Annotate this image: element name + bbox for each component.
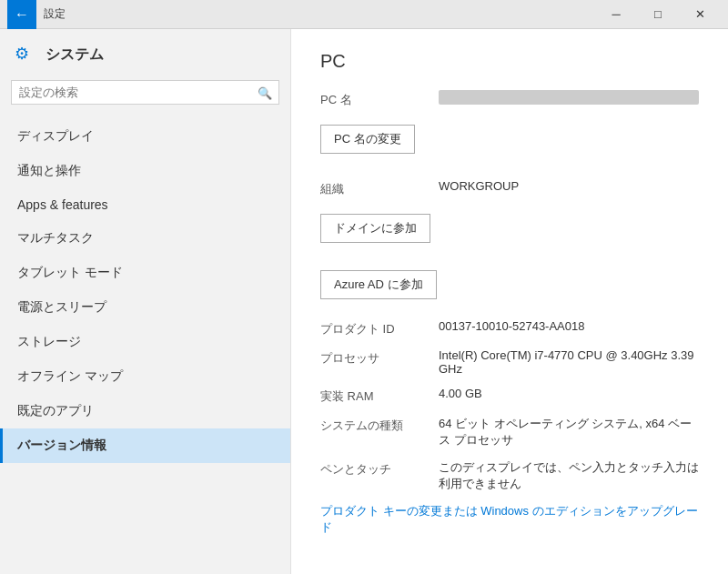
pc-name-label: PC 名 [320,90,439,108]
sidebar-item-label: ディスプレイ [17,128,94,143]
ram-value: 4.00 GB [439,387,699,400]
sidebar-header: ⚙ システム [0,29,290,73]
org-row: 組織 WORKGROUP [320,179,699,197]
sidebar: ⚙ システム 🔍 ディスプレイ 通知と操作 Apps & features マル… [0,29,291,574]
product-id-value: 00137-10010-52743-AA018 [439,319,699,333]
sidebar-item-version-info[interactable]: バージョン情報 [0,428,290,463]
search-input[interactable] [11,80,279,105]
maximize-icon: □ [654,7,662,21]
pc-name-row: PC 名 [320,90,699,108]
sidebar-title: システム [46,45,104,65]
sidebar-item-label: オフライン マップ [17,368,123,383]
sidebar-item-display[interactable]: ディスプレイ [0,119,290,154]
system-type-label: システムの種類 [320,416,439,434]
window-controls: ─ □ ✕ [595,0,721,29]
join-azure-button[interactable]: Azure AD に参加 [320,270,437,299]
minimize-button[interactable]: ─ [595,0,637,29]
sidebar-item-notifications[interactable]: 通知と操作 [0,154,290,188]
rename-pc-button[interactable]: PC 名の変更 [320,125,415,154]
product-id-row: プロダクト ID 00137-10010-52743-AA018 [320,319,699,337]
close-icon: ✕ [695,7,705,21]
minimize-icon: ─ [612,7,620,21]
sidebar-item-label: タブレット モード [17,265,123,279]
org-label: 組織 [320,179,439,197]
pen-touch-label: ペンとタッチ [320,459,439,478]
sidebar-item-tablet[interactable]: タブレット モード [0,256,290,290]
sidebar-item-label: ストレージ [17,334,81,348]
titlebar-title: 設定 [44,6,595,22]
sidebar-item-label: 既定のアプリ [17,403,94,418]
sidebar-item-label: 通知と操作 [17,163,81,177]
org-value: WORKGROUP [439,179,699,193]
system-type-value: 64 ビット オペレーティング システム, x64 ベース プロセッサ [439,416,699,448]
sidebar-item-multitask[interactable]: マルチタスク [0,221,290,256]
sidebar-item-offline-maps[interactable]: オフライン マップ [0,359,290,394]
content-area: PC PC 名 PC 名の変更 組織 WORKGROUP ドメインに参加 Azu… [291,29,728,574]
titlebar: ← 設定 ─ □ ✕ [0,0,728,29]
sidebar-item-label: バージョン情報 [17,438,106,452]
back-icon: ← [15,6,29,23]
sidebar-item-label: 電源とスリープ [17,299,106,314]
product-id-label: プロダクト ID [320,319,439,337]
domain-button-block: ドメインに参加 [320,208,699,256]
maximize-button[interactable]: □ [637,0,679,29]
close-button[interactable]: ✕ [679,0,721,29]
sidebar-item-default-apps[interactable]: 既定のアプリ [0,394,290,428]
pc-name-button-block: PC 名の変更 [320,119,699,166]
pen-touch-row: ペンとタッチ このディスプレイでは、ペン入力とタッチ入力は利用できません [320,459,699,492]
ram-row: 実装 RAM 4.00 GB [320,387,699,405]
system-type-row: システムの種類 64 ビット オペレーティング システム, x64 ベース プロ… [320,416,699,448]
search-box: 🔍 [11,80,279,105]
azure-button-block: Azure AD に参加 [320,267,699,316]
sidebar-item-apps-features[interactable]: Apps & features [0,188,290,221]
join-domain-button[interactable]: ドメインに参加 [320,214,430,243]
back-button[interactable]: ← [7,0,36,29]
sidebar-item-label: マルチタスク [17,230,94,245]
processor-row: プロセッサ Intel(R) Core(TM) i7-4770 CPU @ 3.… [320,348,699,376]
section-title: PC [320,51,699,72]
sidebar-item-storage[interactable]: ストレージ [0,325,290,359]
pc-name-value [439,90,699,105]
pen-touch-value: このディスプレイでは、ペン入力とタッチ入力は利用できません [439,459,699,492]
gear-icon: ⚙ [15,44,36,65]
processor-label: プロセッサ [320,348,439,367]
upgrade-link[interactable]: プロダクト キーの変更または Windows のエディションをアップグレード [320,503,699,536]
processor-value: Intel(R) Core(TM) i7-4770 CPU @ 3.40GHz … [439,348,699,376]
sidebar-item-power[interactable]: 電源とスリープ [0,290,290,325]
search-icon: 🔍 [258,86,272,99]
sidebar-item-label: Apps & features [17,197,108,212]
ram-label: 実装 RAM [320,387,439,405]
main-layout: ⚙ システム 🔍 ディスプレイ 通知と操作 Apps & features マル… [0,29,728,574]
